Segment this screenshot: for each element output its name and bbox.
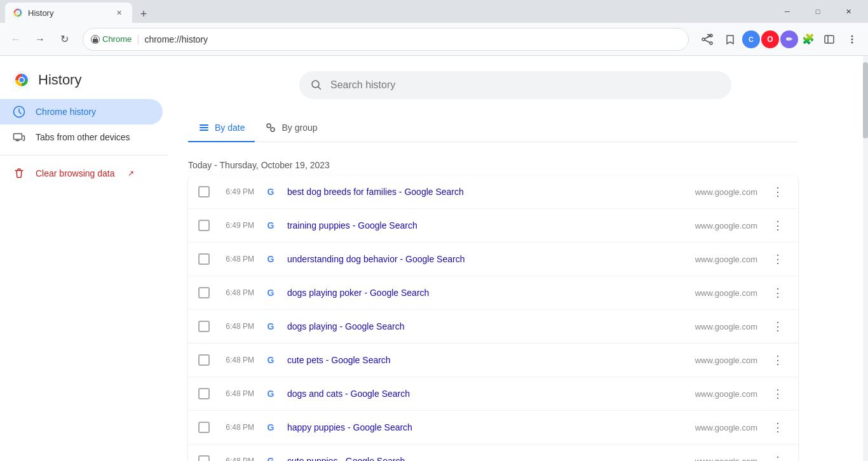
row-checkbox-5[interactable]	[198, 354, 210, 366]
row-more-3[interactable]: ⋮	[768, 283, 788, 303]
row-time-3: 6:48 PM	[220, 288, 254, 297]
svg-rect-17	[200, 130, 208, 131]
google-favicon-8: G	[264, 455, 277, 461]
google-favicon-5: G	[264, 354, 277, 366]
svg-point-6	[851, 35, 853, 37]
tab-by-group[interactable]: By group	[255, 114, 327, 142]
row-more-2[interactable]: ⋮	[768, 249, 788, 269]
omnibox-input[interactable]	[144, 34, 681, 44]
row-checkbox-3[interactable]	[198, 287, 210, 298]
scrollbar-track[interactable]	[863, 56, 868, 461]
tab-close-button[interactable]: ✕	[113, 7, 125, 18]
ext-opera-icon[interactable]: O	[761, 30, 779, 48]
google-favicon-7: G	[264, 421, 277, 434]
table-row[interactable]: 6:48 PM G cute puppies - Google Search w…	[188, 444, 798, 461]
svg-point-4	[710, 42, 712, 44]
sidebar-toggle-button[interactable]	[818, 29, 840, 50]
row-url-3: www.google.com	[695, 288, 757, 298]
row-more-7[interactable]: ⋮	[768, 417, 788, 438]
row-title-5: cute pets - Google Search	[287, 355, 680, 365]
svg-rect-15	[200, 124, 208, 126]
google-favicon-1: G	[264, 219, 277, 232]
row-time-4: 6:48 PM	[220, 322, 254, 331]
sidebar-item-chrome-history[interactable]: Chrome history	[0, 99, 163, 124]
row-checkbox-7[interactable]	[198, 422, 210, 433]
reload-button[interactable]: ↻	[53, 29, 75, 50]
row-checkbox-6[interactable]	[198, 388, 210, 399]
row-time-8: 6:48 PM	[220, 457, 254, 461]
svg-point-8	[851, 41, 853, 43]
table-row[interactable]: 6:49 PM G best dog breeds for families -…	[188, 175, 798, 209]
row-more-5[interactable]: ⋮	[768, 350, 788, 370]
table-row[interactable]: 6:48 PM G happy puppies - Google Search …	[188, 411, 798, 444]
bookmark-button[interactable]	[719, 29, 741, 50]
minimize-button[interactable]: ─	[773, 3, 802, 20]
close-button[interactable]: ✕	[834, 3, 863, 20]
sidebar-item-clear-browsing[interactable]: Clear browsing data ↗	[0, 161, 163, 186]
ext-puzzle-icon[interactable]: 🧩	[799, 30, 817, 48]
list-icon	[198, 122, 210, 133]
devices-icon	[13, 131, 25, 144]
ext-pen-icon[interactable]: ✏	[780, 30, 798, 48]
svg-rect-5	[825, 36, 834, 43]
search-container	[299, 71, 731, 99]
row-checkbox-4[interactable]	[198, 321, 210, 332]
clock-icon	[13, 105, 25, 118]
chrome-logo-icon	[13, 71, 31, 89]
back-button[interactable]: ←	[5, 29, 27, 50]
svg-point-11	[20, 78, 24, 83]
omnibox[interactable]: Chrome |	[83, 28, 689, 51]
new-tab-button[interactable]: +	[135, 5, 153, 23]
row-more-0[interactable]: ⋮	[768, 182, 788, 202]
omnibox-secure-icon: Chrome	[91, 34, 132, 44]
row-more-4[interactable]: ⋮	[768, 316, 788, 337]
row-url-7: www.google.com	[695, 423, 757, 432]
sidebar-item-tabs-other-devices[interactable]: Tabs from other devices	[0, 124, 163, 150]
table-row[interactable]: 6:48 PM G understanding dog behavior - G…	[188, 243, 798, 276]
history-card: 6:49 PM G best dog breeds for families -…	[188, 175, 798, 461]
google-favicon-4: G	[264, 320, 277, 333]
ext-chrome-icon[interactable]: C	[742, 30, 760, 48]
row-more-8[interactable]: ⋮	[768, 451, 788, 461]
table-row[interactable]: 6:48 PM G dogs and cats - Google Search …	[188, 377, 798, 411]
row-url-6: www.google.com	[695, 389, 757, 399]
browser-tab[interactable]: History ✕	[5, 3, 132, 23]
google-favicon-2: G	[264, 253, 277, 265]
row-url-5: www.google.com	[695, 356, 757, 365]
trash-icon	[13, 167, 25, 180]
google-favicon-3: G	[264, 286, 277, 299]
row-checkbox-1[interactable]	[198, 220, 210, 231]
row-title-2: understanding dog behavior - Google Sear…	[287, 254, 680, 264]
scrollbar-thumb[interactable]	[863, 62, 868, 138]
tab-by-date[interactable]: By date	[188, 114, 255, 142]
menu-button[interactable]	[841, 29, 863, 50]
omnibox-separator: |	[137, 34, 139, 45]
search-input[interactable]	[330, 79, 721, 91]
table-row[interactable]: 6:48 PM G cute pets - Google Search www.…	[188, 344, 798, 377]
row-url-0: www.google.com	[695, 187, 757, 197]
main-content: By date By group Today - Thursday, Octob…	[168, 56, 863, 461]
row-checkbox-2[interactable]	[198, 253, 210, 265]
row-more-6[interactable]: ⋮	[768, 384, 788, 404]
date-header: Today - Thursday, October 19, 2023	[188, 152, 843, 175]
forward-button[interactable]: →	[29, 29, 51, 50]
row-title-4: dogs playing - Google Search	[287, 321, 680, 331]
svg-point-14	[312, 81, 319, 88]
row-time-2: 6:48 PM	[220, 255, 254, 264]
table-row[interactable]: 6:49 PM G training puppies - Google Sear…	[188, 209, 798, 243]
row-checkbox-8[interactable]	[198, 455, 210, 461]
table-row[interactable]: 6:48 PM G dogs playing - Google Search w…	[188, 310, 798, 344]
row-more-1[interactable]: ⋮	[768, 215, 788, 236]
group-icon	[265, 122, 276, 133]
external-link-icon: ↗	[128, 169, 134, 178]
omnibox-scheme-label: Chrome	[102, 34, 132, 44]
svg-point-2	[702, 38, 705, 41]
table-row[interactable]: 6:48 PM G dogs playing poker - Google Se…	[188, 276, 798, 310]
share-button[interactable]	[696, 29, 718, 50]
svg-point-7	[851, 38, 853, 40]
row-time-1: 6:49 PM	[220, 221, 254, 230]
row-checkbox-0[interactable]	[198, 186, 210, 197]
restore-button[interactable]: □	[803, 3, 832, 20]
google-favicon-6: G	[264, 387, 277, 400]
row-time-6: 6:48 PM	[220, 389, 254, 398]
